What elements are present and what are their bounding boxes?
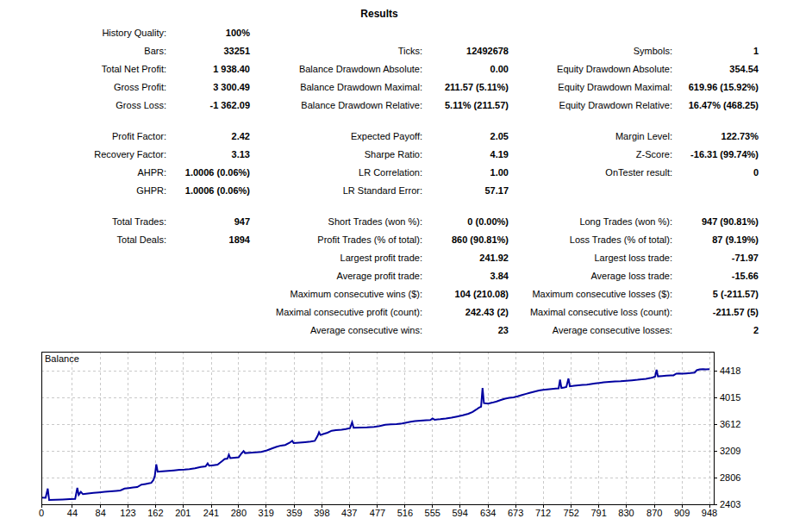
stat-value: 3 300.49: [166, 82, 250, 92]
stat-label: OnTester result:: [509, 167, 672, 178]
stat-value: 57.17: [422, 185, 509, 196]
stat-label: Symbols:: [509, 46, 672, 56]
stat-label: History Quality:: [0, 28, 166, 38]
stat-label: Maximal consecutive profit (count):: [250, 307, 422, 317]
series-label: Balance: [45, 353, 79, 364]
stat-label: Profit Factor:: [0, 131, 166, 141]
stat-label: Balance Drawdown Maximal:: [250, 82, 422, 92]
stat-label: Largest profit trade:: [250, 253, 422, 263]
x-axis-tick-label: 555: [425, 508, 440, 518]
stat-value: 241.92: [422, 253, 509, 263]
stat-label: Bars:: [0, 46, 166, 56]
x-axis-tick-label: 477: [370, 508, 385, 518]
x-axis-tick-label: 0: [39, 508, 44, 518]
stat-value: 1894: [166, 234, 250, 245]
x-axis-tick-label: 44: [67, 508, 78, 518]
x-axis-tick-label: 319: [259, 508, 274, 518]
stat-value: 2.05: [422, 131, 509, 141]
stat-value: 0.00: [422, 64, 509, 74]
stat-value: 619.96 (15.92%): [672, 82, 759, 92]
y-axis-tick-label: 4418: [720, 365, 740, 376]
stat-value: 0: [672, 167, 759, 178]
stats-row: Gross Profit:3 300.49Balance Drawdown Ma…: [0, 78, 759, 96]
stat-label: Balance Drawdown Absolute:: [250, 64, 422, 74]
x-axis-tick-label: 712: [535, 508, 551, 518]
stat-value: 2: [672, 325, 759, 335]
stats-row: Total Trades:947Short Trades (won %):0 (…: [0, 212, 759, 230]
stat-value: 1.00: [422, 167, 509, 178]
stats-row: Gross Loss:-1 362.09Balance Drawdown Rel…: [0, 96, 759, 114]
stat-value: 1.0006 (0.06%): [166, 185, 250, 196]
stat-label: Gross Loss:: [0, 100, 166, 110]
balance-chart: 0448412316220124128031935939843747751655…: [0, 345, 812, 531]
stats-row: Total Deals:1894Profit Trades (% of tota…: [0, 230, 759, 248]
stat-value: -16.31 (99.74%): [672, 149, 759, 159]
stat-label: Total Trades:: [0, 216, 166, 227]
stat-value: 1: [672, 46, 759, 56]
stats-row: Bars:33251Ticks:12492678Symbols:1: [0, 41, 759, 59]
x-axis-tick-label: 830: [618, 508, 634, 518]
stat-label: Largest loss trade:: [509, 253, 672, 263]
stats-row: AHPR:1.0006 (0.06%)LR Correlation:1.00On…: [0, 163, 759, 181]
stat-value: 3.84: [422, 271, 509, 281]
stat-value: 122.73%: [672, 131, 759, 141]
stat-label: Equity Drawdown Maximal:: [509, 82, 672, 92]
stat-value: 0 (0.00%): [422, 216, 509, 227]
x-axis-tick-label: 359: [286, 508, 302, 518]
stat-value: -211.57 (5): [672, 307, 759, 317]
x-axis-tick-label: 398: [314, 508, 329, 518]
stat-label: Recovery Factor:: [0, 149, 166, 159]
stat-value: 860 (90.81%): [422, 234, 509, 245]
stat-label: Z-Score:: [509, 149, 672, 159]
tester-results-page: Results History Quality:100%Bars:33251Ti…: [0, 7, 812, 339]
stat-label: LR Standard Error:: [250, 185, 422, 196]
stat-label: Average profit trade:: [250, 271, 422, 281]
stat-label: Expected Payoff:: [250, 131, 422, 141]
stat-value: 16.47% (468.25): [672, 100, 759, 110]
stat-value: 947 (90.81%): [672, 216, 759, 227]
stat-label: Profit Trades (% of total):: [250, 234, 422, 245]
page-title: Results: [0, 7, 759, 21]
stat-label: Maximum consecutive losses ($):: [509, 289, 672, 299]
stats-row: Maximum consecutive wins ($):104 (210.08…: [0, 284, 759, 303]
stat-label: Maximal consecutive loss (count):: [509, 307, 672, 317]
stat-label: AHPR:: [0, 167, 166, 178]
stat-value: 1 938.40: [166, 64, 250, 74]
stat-label: Average consecutive wins:: [250, 325, 422, 335]
stats-section: History Quality:100%Bars:33251Ticks:1249…: [0, 23, 759, 114]
y-axis-tick-label: 3612: [720, 419, 740, 429]
x-axis-tick-label: 516: [397, 508, 413, 518]
stat-value: -15.66: [672, 271, 759, 281]
stats-row: Recovery Factor:3.13Sharpe Ratio:4.19Z-S…: [0, 145, 759, 163]
stat-label: Total Deals:: [0, 234, 166, 245]
stats-section: Profit Factor:2.42Expected Payoff:2.05Ma…: [0, 127, 759, 199]
stats-row: Total Net Profit:1 938.40Balance Drawdow…: [0, 59, 759, 78]
stats-row: Average profit trade:3.84Average loss tr…: [0, 266, 759, 284]
stats-row: Maximal consecutive profit (count):242.4…: [0, 303, 759, 321]
stat-label: Margin Level:: [509, 131, 672, 141]
stat-value: 5 (-211.57): [672, 289, 759, 299]
x-axis-tick-label: 673: [508, 508, 523, 518]
stat-label: Gross Profit:: [0, 82, 166, 92]
y-axis-tick-label: 2403: [720, 499, 740, 509]
balance-chart-canvas: 0448412316220124128031935939843747751655…: [0, 345, 812, 531]
stat-value: 23: [422, 325, 509, 335]
stats-table: History Quality:100%Bars:33251Ticks:1249…: [0, 23, 759, 339]
stat-label: Balance Drawdown Relative:: [250, 100, 422, 110]
x-axis-tick-label: 162: [147, 508, 163, 518]
stat-value: 947: [166, 216, 250, 227]
stat-label: Total Net Profit:: [0, 64, 166, 74]
y-axis-tick-label: 3209: [720, 446, 740, 456]
x-axis-tick-label: 201: [175, 508, 191, 518]
x-axis-tick-label: 870: [646, 508, 662, 518]
stats-row: Profit Factor:2.42Expected Payoff:2.05Ma…: [0, 127, 759, 145]
stat-value: 12492678: [422, 46, 509, 56]
stat-label: Long Trades (won %):: [509, 216, 672, 227]
stat-value: 33251: [166, 46, 250, 56]
stat-value: 5.11% (211.57): [422, 100, 509, 110]
stat-value: 242.43 (2): [422, 307, 509, 317]
stats-row: GHPR:1.0006 (0.06%)LR Standard Error:57.…: [0, 181, 759, 199]
stat-value: 3.13: [166, 149, 250, 159]
x-axis-tick-label: 909: [674, 508, 690, 518]
stat-value: 100%: [166, 28, 250, 38]
